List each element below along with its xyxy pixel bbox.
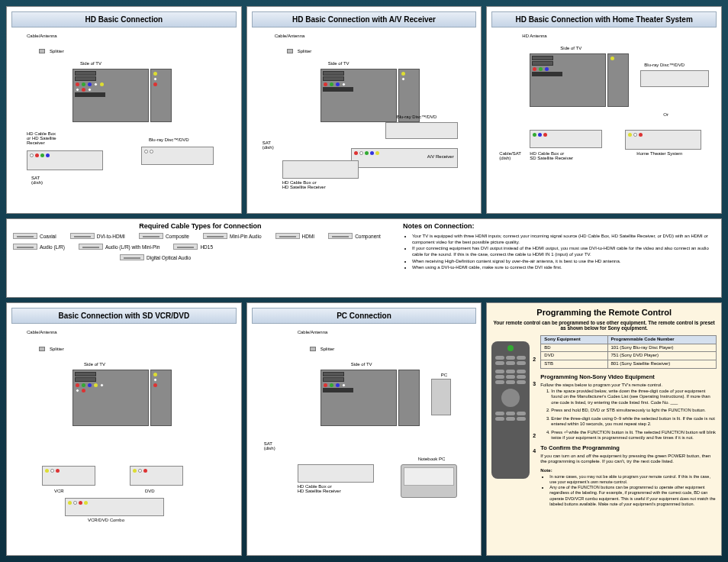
label-splitter: Splitter (321, 347, 335, 351)
notes-title: Notes on Connection: (403, 222, 715, 230)
notes-section: Notes on Connection: Your TV is equipped… (403, 222, 715, 294)
tv-side-panel (150, 370, 172, 426)
hd-box-icon (282, 160, 359, 179)
programming-title: Programming the Remote Control (491, 308, 717, 317)
cable-icon (79, 244, 103, 250)
tv-back-panel (321, 69, 397, 122)
vcr-combo-icon (65, 498, 164, 516)
panel-title: HD Basic Connection with Home Theater Sy… (491, 11, 717, 27)
label-bluray: Blu-ray Disc™/DVD (149, 137, 189, 142)
programming-subtitle: Your remote control can be programmed to… (491, 320, 717, 331)
label-splitter: Splitter (50, 347, 64, 351)
prog-h2-text: If you can turn on and off the equipment… (540, 454, 717, 466)
label-splitter: Splitter (298, 49, 312, 53)
cable-item: HDMI (275, 233, 315, 239)
cable-icon (120, 254, 144, 260)
cable-item: Composite (139, 233, 189, 239)
bluray-icon (385, 122, 458, 139)
callout: 2 (533, 433, 536, 438)
table-row: STB801 (Sony Satellite Receiver) (541, 360, 717, 369)
prog-h1: Programming Non-Sony Video Equipment (540, 373, 717, 381)
label-vcr-combo: VCR/DVD Combo (88, 518, 124, 522)
cable-item: Digital Optical Audio (120, 254, 191, 260)
label-hd-box: HD Cable Box or HD Satellite Receiver (27, 131, 56, 145)
label-cable-sat: Cable/SAT (dish) (499, 151, 521, 160)
dvd-icon (130, 466, 183, 486)
panel-title: Basic Connection with SD VCR/DVD (11, 308, 237, 324)
note-item: Your TV is equipped with three HDMI inpu… (412, 233, 715, 245)
hts-icon (625, 130, 701, 150)
panel-title: HD Basic Connection with A/V Receiver (252, 11, 477, 27)
label-splitter: Splitter (50, 49, 64, 53)
bluray-icon (640, 70, 709, 87)
panel-hd-av: HD Basic Connection with A/V Receiver Ca… (246, 6, 482, 214)
label-cable-antenna: Cable/Antenna (298, 330, 328, 334)
pc-tower-icon (431, 379, 451, 415)
step: Enter the three-digit code using 0–9 whi… (551, 416, 717, 428)
cable-item: DVI-to-HDMI (70, 233, 125, 239)
label-cable-antenna: Cable/Antenna (27, 330, 57, 334)
label-sd-box: HD Cable Box or SD Satellite Receiver (530, 151, 573, 160)
label-side-tv: Side of TV (560, 46, 581, 50)
label-notebook: Notebook PC (418, 457, 446, 461)
prog-h2: To Confirm the Programming (540, 444, 717, 452)
page-grid: HD Basic Connection Cable/Antenna Splitt… (6, 6, 722, 556)
prog-h1-sub: Follow the steps below to program your T… (540, 383, 717, 389)
tv-back-panel (321, 370, 397, 426)
step: Press ⏎ while the FUNCTION button is lit… (551, 430, 717, 441)
label-hts: Home Theater System (636, 151, 682, 156)
splitter-icon (39, 49, 45, 53)
label-sat: SAT (dish) (31, 176, 43, 185)
cable-icon (139, 233, 163, 239)
diagram-sd-vcr: Cable/Antenna Splitter Side of TV VCR DV… (11, 328, 237, 527)
label-pc: PC (441, 373, 447, 377)
cable-list: Coaxial DVI-to-HDMI Composite Mini-Pin A… (13, 233, 388, 260)
cables-section: Required Cable Types for Connection Coax… (13, 222, 388, 294)
notebook-icon (401, 464, 457, 498)
panel-title: HD Basic Connection (11, 11, 237, 27)
panel-sd-vcr: Basic Connection with SD VCR/DVD Cable/A… (6, 302, 242, 556)
prog-note: Any one of the FUNCTION buttons can be p… (549, 485, 717, 507)
diagram-pc: Cable/Antenna Splitter Side of TV PC SAT… (252, 328, 477, 527)
remote-control-icon (491, 341, 530, 479)
callout: 3 (533, 381, 536, 386)
panel-programming: Programming the Remote Control Your remo… (486, 302, 722, 556)
cables-notes-row: Required Cable Types for Connection Coax… (6, 218, 722, 298)
callout: 2 (533, 357, 536, 362)
panel-pc: PC Connection Cable/Antenna Splitter Sid… (246, 302, 482, 556)
label-av-receiver: A/V Receiver (427, 154, 454, 159)
label-or: Or (663, 112, 668, 117)
cables-title: Required Cable Types for Connection (13, 222, 388, 230)
cable-icon (328, 233, 353, 239)
label-hd-box2: HD Cable Box or HD Satellite Receiver (282, 180, 326, 189)
cable-icon (13, 244, 37, 250)
steps-list: In the space provided below, write down … (551, 389, 717, 441)
cable-item: HD15 (173, 244, 213, 250)
label-cable-antenna: Cable/Antenna (27, 34, 57, 38)
label-vcr: VCR (54, 489, 64, 493)
splitter-icon (287, 49, 293, 53)
step: In the space provided below, write down … (551, 389, 717, 406)
note-item: When receiving High-Definition content s… (412, 258, 715, 264)
notes-list: Your TV is equipped with three HDMI inpu… (412, 233, 715, 270)
note-item: If your connecting equipment has DVI out… (412, 245, 715, 257)
cable-item: Mini-Pin Audio (203, 233, 262, 239)
cable-icon (173, 244, 198, 250)
label-sat: SAT (dish) (263, 140, 274, 150)
programming-content: Sony EquipmentProgrammable Code Number B… (540, 335, 717, 507)
diagram-hd-ht: HD Antenna Side of TV Blu-ray Disc™/DVD … (491, 32, 717, 185)
label-side-tv: Side of TV (328, 61, 350, 66)
label-hd-antenna: HD Antenna (522, 34, 546, 38)
bluray-icon (141, 147, 214, 165)
step: Press and hold BD, DVD or STB simultaneo… (551, 408, 717, 414)
panel-title: PC Connection (252, 308, 477, 324)
note-block: Note: In some cases, you may not be able… (540, 468, 717, 507)
callout: 4 (533, 448, 536, 454)
label-sat: SAT (dish) (264, 441, 275, 451)
cable-item: Coaxial (13, 233, 56, 239)
tv-back-panel (72, 370, 149, 426)
tv-side-panel (398, 370, 420, 426)
tv-back-panel (530, 53, 606, 107)
label-hd-box2: HD Cable Box or HD Satellite Receiver (298, 484, 341, 493)
cable-icon (13, 233, 37, 239)
